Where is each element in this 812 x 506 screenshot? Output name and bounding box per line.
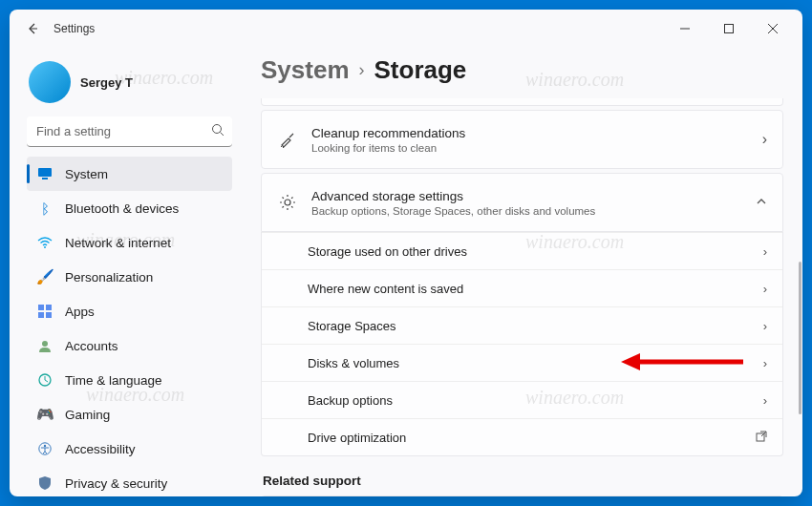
- nav-label: Network & internet: [65, 236, 171, 250]
- nav-network[interactable]: Network & internet: [27, 225, 232, 260]
- svg-rect-3: [42, 178, 48, 179]
- window-controls: [663, 14, 795, 43]
- svg-point-13: [285, 200, 290, 205]
- nav-label: Accessibility: [65, 442, 136, 456]
- maximize-button[interactable]: [707, 14, 751, 43]
- page-title: Storage: [374, 55, 467, 85]
- broom-icon: [277, 131, 298, 148]
- nav-accounts[interactable]: Accounts: [27, 328, 232, 363]
- search-input[interactable]: [27, 116, 232, 147]
- sub-label: Storage Spaces: [308, 319, 396, 333]
- search-icon: [211, 123, 224, 140]
- bluetooth-icon: ᛒ: [36, 200, 53, 217]
- svg-rect-5: [38, 305, 44, 310]
- nav-personalization[interactable]: 🖌️Personalization: [27, 260, 232, 294]
- chevron-right-icon: ›: [763, 319, 767, 333]
- cleanup-card[interactable]: Cleanup recommendations Looking for item…: [261, 110, 783, 169]
- nav-label: Personalization: [65, 270, 153, 285]
- nav-label: Bluetooth & devices: [65, 201, 179, 216]
- close-icon: [768, 24, 778, 33]
- maximize-icon: [724, 24, 734, 33]
- row-title: Cleanup recommendations: [311, 126, 762, 140]
- nav-accessibility[interactable]: Accessibility: [27, 432, 232, 466]
- nav-apps[interactable]: Apps: [27, 294, 232, 328]
- shield-icon: [36, 474, 53, 492]
- nav-time[interactable]: Time & language: [27, 363, 232, 397]
- gaming-icon: 🎮: [36, 406, 53, 423]
- gear-icon: [277, 194, 298, 211]
- sub-label: Drive optimization: [308, 431, 406, 445]
- chevron-right-icon: ›: [359, 60, 365, 80]
- chevron-up-icon: [756, 194, 767, 211]
- sub-where-new-content[interactable]: Where new content is saved›: [262, 269, 782, 306]
- scrollbar-thumb[interactable]: [799, 262, 801, 414]
- accounts-icon: [36, 337, 53, 354]
- close-button[interactable]: [751, 14, 795, 43]
- sub-label: Disks & volumes: [308, 356, 399, 370]
- nav-gaming[interactable]: 🎮Gaming: [27, 397, 232, 432]
- svg-point-4: [44, 246, 46, 248]
- sidebar: Sergey T System ᛒBluetooth & devices Net…: [10, 48, 244, 496]
- minimize-button[interactable]: [663, 14, 707, 43]
- svg-rect-6: [46, 305, 52, 310]
- breadcrumb-parent[interactable]: System: [261, 55, 350, 85]
- svg-rect-2: [38, 168, 52, 177]
- titlebar: Settings: [10, 10, 802, 48]
- chevron-right-icon: ›: [762, 131, 767, 148]
- app-title: Settings: [53, 22, 95, 35]
- nav-label: Privacy & security: [65, 476, 167, 491]
- svg-rect-0: [725, 25, 734, 33]
- advanced-card[interactable]: Advanced storage settings Backup options…: [261, 173, 783, 232]
- svg-point-12: [44, 445, 46, 447]
- chevron-right-icon: ›: [763, 393, 767, 408]
- sub-label: Storage used on other drives: [308, 244, 467, 259]
- apps-icon: [36, 303, 53, 320]
- minimize-icon: [680, 24, 690, 33]
- sub-label: Where new content is saved: [308, 282, 463, 296]
- sub-label: Backup options: [308, 393, 393, 408]
- breadcrumb: System › Storage: [261, 55, 783, 85]
- card-top-edge: [261, 98, 783, 106]
- scrollbar[interactable]: [799, 139, 801, 496]
- brush-icon: 🖌️: [36, 268, 53, 285]
- system-icon: [36, 165, 53, 182]
- nav-privacy[interactable]: Privacy & security: [27, 466, 232, 496]
- chevron-right-icon: ›: [763, 282, 767, 296]
- sub-backup-options[interactable]: Backup options›: [262, 381, 782, 418]
- clock-icon: [36, 371, 53, 389]
- row-title: Advanced storage settings: [311, 189, 756, 203]
- wifi-icon: [36, 234, 53, 251]
- sub-drive-optimization[interactable]: Drive optimization: [262, 418, 782, 455]
- nav-bluetooth[interactable]: ᛒBluetooth & devices: [27, 191, 232, 225]
- nav-system[interactable]: System: [27, 157, 232, 191]
- external-link-icon: [756, 431, 767, 445]
- nav-list: System ᛒBluetooth & devices Network & in…: [27, 157, 244, 496]
- row-subtitle: Looking for items to clean: [311, 142, 762, 154]
- search-box: [27, 116, 232, 147]
- nav-label: Time & language: [65, 373, 162, 388]
- nav-label: Gaming: [65, 408, 110, 422]
- back-arrow-icon: [25, 21, 40, 36]
- svg-point-9: [42, 341, 48, 347]
- related-heading: Related support: [263, 474, 783, 488]
- back-button[interactable]: [17, 13, 48, 44]
- accessibility-icon: [36, 440, 53, 457]
- main-content: System › Storage Cleanup recommendations…: [244, 48, 802, 496]
- avatar: [29, 61, 71, 103]
- sub-storage-spaces[interactable]: Storage Spaces›: [262, 306, 782, 344]
- chevron-right-icon: ›: [763, 244, 767, 259]
- row-subtitle: Backup options, Storage Spaces, other di…: [311, 205, 756, 217]
- related-card[interactable]: Help from the web: [261, 495, 783, 496]
- svg-rect-8: [46, 312, 52, 318]
- nav-label: Accounts: [65, 339, 118, 353]
- svg-point-1: [213, 125, 222, 134]
- svg-rect-7: [38, 312, 44, 318]
- advanced-sublist: Storage used on other drives› Where new …: [261, 232, 783, 456]
- username: Sergey T: [80, 75, 133, 90]
- sub-disks-volumes[interactable]: Disks & volumes›: [262, 344, 782, 381]
- nav-label: System: [65, 167, 108, 181]
- sub-storage-other-drives[interactable]: Storage used on other drives›: [262, 232, 782, 269]
- profile[interactable]: Sergey T: [27, 57, 244, 116]
- settings-window: Settings Sergey T System ᛒBluetooth & de…: [10, 10, 802, 496]
- nav-label: Apps: [65, 305, 95, 319]
